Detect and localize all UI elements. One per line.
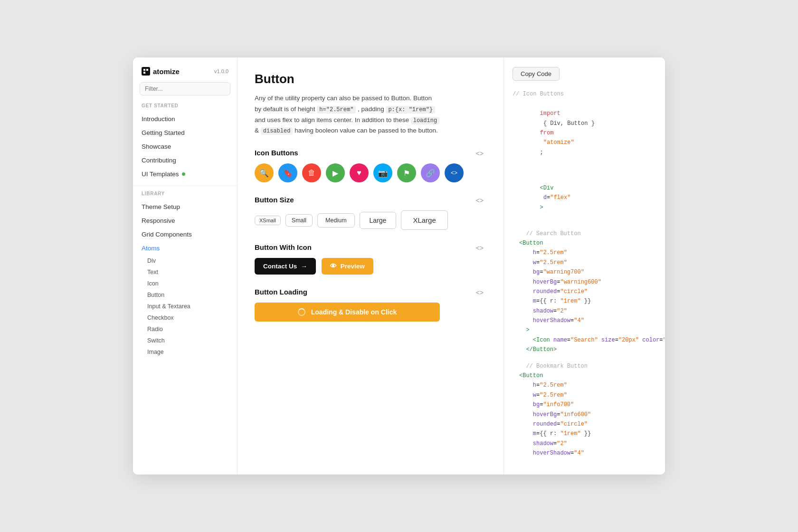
code-block-bookmark-btn: // Bookmark Button <Button h="2.5rem" w=… <box>513 361 656 458</box>
logo-text: atomize <box>153 67 180 76</box>
sidebar-sub-checkbox[interactable]: Checkbox <box>133 312 237 323</box>
arrow-right-icon: → <box>301 263 307 270</box>
sidebar-item-label: Introduction <box>142 115 175 123</box>
code-bookmark-btn-open: <Button <box>513 371 656 380</box>
sidebar-item-label: Getting Started <box>142 129 185 136</box>
sidebar-item-label: Atoms <box>142 245 160 252</box>
icon-buttons-row: 🔍 🔖 🗑 ▶ ♥ 📷 ⚑ 🔗 <> <box>255 163 486 182</box>
small-btn[interactable]: Small <box>285 214 313 227</box>
camera-icon-btn[interactable]: 📷 <box>373 163 392 182</box>
code-string-atomize: "atomize" <box>540 139 574 146</box>
button-loading-header: Button Loading <> <box>255 288 486 303</box>
sidebar-item-contributing[interactable]: Contributing <box>133 153 237 167</box>
sidebar-item-ui-templates[interactable]: UI Templates <box>133 167 237 181</box>
medium-btn[interactable]: Medium <box>317 213 354 228</box>
contact-us-btn[interactable]: Contact Us → <box>255 258 316 275</box>
page-title: Button <box>255 72 486 86</box>
xlarge-btn[interactable]: XLarge <box>401 210 447 230</box>
search-icon-btn[interactable]: 🔍 <box>255 163 274 182</box>
expand-icon-with-icon[interactable]: <> <box>473 243 486 253</box>
search-input[interactable] <box>140 82 230 95</box>
heart-icon-btn[interactable]: ♥ <box>350 163 369 182</box>
code-disabled: disabled <box>261 127 293 135</box>
code-btn-mid: > <box>513 325 656 335</box>
preview-label: Preview <box>341 263 365 270</box>
large-btn[interactable]: Large <box>360 212 397 229</box>
code-hovershadow-4: hoverShadow="4" <box>513 316 656 325</box>
link-icon-btn[interactable]: 🔗 <box>421 163 440 182</box>
button-loading-section: Button Loading <> Loading & Disable on C… <box>255 288 486 322</box>
page-description: Any of the utility property can also be … <box>255 93 440 136</box>
code-tag-div-close: > <box>540 204 543 211</box>
divider <box>133 186 237 186</box>
expand-icon-size[interactable]: <> <box>473 196 486 205</box>
sidebar-item-grid-components[interactable]: Grid Components <box>133 228 237 241</box>
loading-btn[interactable]: Loading & Disable on Click <box>255 303 440 322</box>
sidebar-header: atomize v1.0.0 <box>133 67 237 82</box>
library-label: LIBRARY <box>133 191 237 200</box>
code-block-icon-buttons: // Icon Buttons import { Div, Button } f… <box>513 89 656 222</box>
sidebar-item-responsive[interactable]: Responsive <box>133 214 237 228</box>
sidebar: atomize v1.0.0 GET STARTED Introduction … <box>133 57 238 474</box>
code-rounded-bookmark: rounded="circle" <box>513 419 656 429</box>
code-val-flex: "flex" <box>550 194 570 201</box>
btn-with-icon-row: Contact Us → 👁 Preview <box>255 258 486 275</box>
code-shadow-2: shadow="2" <box>513 306 656 316</box>
preview-btn[interactable]: 👁 Preview <box>322 258 373 275</box>
code-hovershadow-bookmark: hoverShadow="4" <box>513 448 656 458</box>
button-with-icon-title: Button With Icon <box>255 243 312 251</box>
code-height: h="2.5rem" <box>317 106 356 114</box>
code-panel: Copy Code // Icon Buttons import { Div, … <box>504 57 665 474</box>
sidebar-item-label: Theme Setup <box>142 203 180 210</box>
sidebar-sub-image[interactable]: Image <box>133 346 237 358</box>
expand-icon[interactable]: <> <box>473 149 486 158</box>
copy-code-button[interactable]: Copy Code <box>513 67 560 81</box>
button-size-title: Button Size <box>255 196 294 204</box>
bookmark-icon-btn[interactable]: 🔖 <box>278 163 297 182</box>
code-m-search: m={{ r: "1rem" }} <box>513 296 656 306</box>
search-container <box>133 82 237 103</box>
code-hoverbg-info: hoverBg="info600" <box>513 410 656 419</box>
sidebar-item-label: UI Templates <box>142 171 179 178</box>
code-search-btn-open: <Button <box>513 238 656 248</box>
button-with-icon-section: Button With Icon <> Contact Us → 👁 Previ… <box>255 243 486 275</box>
play-icon-btn[interactable]: ▶ <box>326 163 345 182</box>
expand-icon-loading[interactable]: <> <box>473 288 486 297</box>
sidebar-item-getting-started[interactable]: Getting Started <box>133 126 237 140</box>
code-icon-btn[interactable]: <> <box>445 163 464 182</box>
xsmall-btn[interactable]: XSmall <box>255 216 281 225</box>
trash-icon-btn[interactable]: 🗑 <box>302 163 321 182</box>
code-search-comment: // Search Button <box>513 229 656 238</box>
sidebar-item-showcase[interactable]: Showcase <box>133 140 237 153</box>
sidebar-sub-text[interactable]: Text <box>133 266 237 278</box>
sidebar-sub-icon[interactable]: Icon <box>133 278 237 289</box>
code-w: w="2.5rem" <box>513 258 656 267</box>
sidebar-item-label: Contributing <box>142 157 176 164</box>
sidebar-sub-button[interactable]: Button <box>133 289 237 301</box>
button-sizes-row: XSmall Small Medium Large XLarge <box>255 210 486 230</box>
button-size-header: Button Size <> <box>255 196 486 210</box>
code-bookmark-comment: // Bookmark Button <box>513 361 656 371</box>
icon-buttons-title: Icon Buttons <box>255 149 298 157</box>
code-keyword-import: import <box>540 110 560 117</box>
get-started-label: GET STARTED <box>133 103 237 112</box>
sidebar-item-label: Showcase <box>142 143 171 150</box>
sidebar-item-atoms[interactable]: Atoms <box>133 241 237 255</box>
code-import-line: import { Div, Button } from "atomize" ; <box>513 99 656 167</box>
sidebar-sub-radio[interactable]: Radio <box>133 323 237 335</box>
svg-rect-1 <box>146 69 148 71</box>
code-m-bookmark: m={{ r: "1rem" }} <box>513 429 656 438</box>
sidebar-sub-div[interactable]: Div <box>133 255 237 266</box>
sidebar-sub-input[interactable]: Input & Textarea <box>133 301 237 312</box>
loading-label: Loading & Disable on Click <box>311 308 397 316</box>
flag-icon-btn[interactable]: ⚑ <box>397 163 416 182</box>
sidebar-sub-switch[interactable]: Switch <box>133 335 237 346</box>
code-h: h="2.5rem" <box>513 248 656 257</box>
code-padding: p:{x: "1rem"} <box>386 106 435 114</box>
code-attr-d: d <box>540 194 547 201</box>
logo: atomize <box>142 67 180 76</box>
sidebar-item-label: Grid Components <box>142 231 192 238</box>
sidebar-item-introduction[interactable]: Introduction <box>133 112 237 126</box>
sidebar-item-theme-setup[interactable]: Theme Setup <box>133 200 237 214</box>
eye-icon: 👁 <box>330 263 337 270</box>
